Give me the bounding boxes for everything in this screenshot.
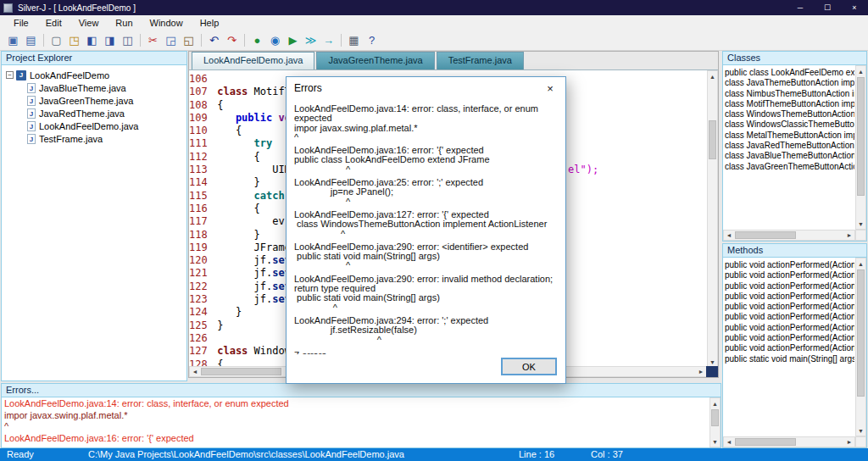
build-button[interactable]: ◉ <box>266 31 284 48</box>
class-item[interactable]: public class LookAndFeelDemo extends JF <box>725 68 854 78</box>
class-item[interactable]: class JavaGreenThemeButtonAction exten <box>725 162 854 172</box>
tree-item[interactable]: JTestFrame.java <box>3 132 185 145</box>
menu-item-view[interactable]: View <box>70 17 108 29</box>
dialog-close-button[interactable]: × <box>536 78 565 98</box>
cut-button[interactable]: ✂ <box>144 31 162 48</box>
tab-javagreentheme-java[interactable]: JavaGreenTheme.java <box>316 52 434 69</box>
tree-root-item[interactable]: −JLookAndFeelDemo <box>3 69 185 81</box>
errors-vertical-scrollbar[interactable]: ▲ ▼ <box>709 397 721 447</box>
help-button[interactable]: ? <box>363 31 381 48</box>
tree-item[interactable]: JLookAndFeelDemo.java <box>3 119 185 132</box>
console-button[interactable]: ▦ <box>345 31 363 48</box>
class-item[interactable]: class MotifThemeButtonAction implements <box>725 99 854 109</box>
error-output-line[interactable]: ^ <box>4 421 708 433</box>
open-file-button[interactable]: ◳ <box>65 31 83 48</box>
jump-button[interactable]: → <box>320 31 337 48</box>
scrollbar-thumb[interactable] <box>711 409 719 426</box>
method-item[interactable]: public void actionPerformed(ActionEvent … <box>725 343 854 353</box>
tab-testframe-java[interactable]: TestFrame.java <box>437 52 524 69</box>
menu-item-help[interactable]: Help <box>192 17 228 29</box>
method-item[interactable]: public void actionPerformed(ActionEvent … <box>725 270 854 280</box>
class-item[interactable]: class WindowsThemeButtonAction implem <box>725 109 854 119</box>
error-output-line[interactable]: LookAndFeelDemo.java:16: error: '{' expe… <box>4 433 708 445</box>
scrollbar-thumb[interactable] <box>735 438 796 446</box>
collapse-icon[interactable]: − <box>6 71 14 79</box>
scroll-up-icon[interactable]: ▲ <box>856 258 865 269</box>
compile-button[interactable]: ● <box>248 31 266 48</box>
save-all-button[interactable]: ◨ <box>101 31 119 48</box>
new-file-button[interactable]: ▢ <box>47 31 65 48</box>
method-item[interactable]: public void actionPerformed(ActionEvent … <box>725 312 854 322</box>
scroll-corner <box>855 230 866 241</box>
tree-item[interactable]: JJavaGreenTheme.java <box>3 94 185 107</box>
scroll-right-icon[interactable]: ► <box>696 367 706 376</box>
paste-button[interactable]: ◱ <box>180 31 198 48</box>
new-window-button[interactable]: ▣ <box>4 31 22 48</box>
menu-item-run[interactable]: Run <box>107 17 141 29</box>
scroll-left-icon[interactable]: ◄ <box>724 437 734 447</box>
error-output-line[interactable]: LookAndFeelDemo.java:14: error: class, i… <box>4 398 708 410</box>
class-item[interactable]: class MetalThemeButtonAction implements <box>725 131 854 141</box>
method-item[interactable]: public void actionPerformed(ActionEvent … <box>725 333 854 343</box>
close-icon: × <box>547 82 554 95</box>
tree-item[interactable]: JJavaBlueTheme.java <box>3 81 185 94</box>
error-caret-line: ^ <box>294 303 561 313</box>
maximize-button[interactable]: ☐ <box>814 0 841 15</box>
class-item[interactable]: class JavaThemeButtonAction implements A <box>725 78 854 88</box>
methods-horizontal-scrollbar[interactable]: ◄ ► <box>723 436 855 447</box>
scroll-up-icon[interactable]: ▲ <box>856 66 865 76</box>
tree-item[interactable]: JJavaRedTheme.java <box>3 107 185 119</box>
method-item[interactable]: public void actionPerformed(ActionEvent … <box>725 292 854 302</box>
class-item[interactable]: class JavaBlueThemeButtonAction extends <box>725 151 854 161</box>
scroll-left-icon[interactable]: ◄ <box>724 230 734 240</box>
save-button[interactable]: ◧ <box>83 31 101 48</box>
open-window-button[interactable]: ▤ <box>22 31 40 48</box>
scroll-up-icon[interactable]: ▲ <box>708 71 717 81</box>
code-text: } <box>211 306 242 318</box>
method-item[interactable]: public static void main(String[] args) <box>725 354 854 364</box>
menu-item-window[interactable]: Window <box>142 17 192 29</box>
scrollbar-thumb[interactable] <box>735 231 796 239</box>
copy-button[interactable]: ◲ <box>162 31 180 48</box>
scroll-right-icon[interactable]: ► <box>844 230 854 240</box>
undo-button[interactable]: ↶ <box>205 31 223 48</box>
classes-horizontal-scrollbar[interactable]: ◄ ► <box>723 230 855 241</box>
scrollbar-thumb[interactable] <box>857 77 865 196</box>
line-number: 110 <box>189 125 211 136</box>
method-item[interactable]: public void actionPerformed(ActionEvent … <box>725 281 854 292</box>
scrollbar-thumb[interactable] <box>201 368 281 375</box>
class-item[interactable]: class JavaRedThemeButtonAction extends <box>725 141 854 151</box>
error-output-line[interactable]: impor javax.swing.plaf.metal.* <box>4 410 708 422</box>
method-item[interactable]: public void actionPerformed(ActionEvent … <box>725 323 854 333</box>
scroll-down-icon[interactable]: ▼ <box>856 425 865 436</box>
editor-vertical-scrollbar[interactable]: ▲ ▼ <box>707 70 718 368</box>
close-file-button[interactable]: ◫ <box>119 31 136 48</box>
method-item[interactable]: public void actionPerformed(ActionEvent … <box>725 260 854 270</box>
classes-vertical-scrollbar[interactable]: ▲ ▼ <box>855 65 866 230</box>
menu-item-file[interactable]: File <box>5 17 37 29</box>
scrollbar-thumb[interactable] <box>709 120 716 159</box>
scrollbar-thumb[interactable] <box>857 269 865 397</box>
menu-item-edit[interactable]: Edit <box>37 17 70 29</box>
scroll-right-icon[interactable]: ► <box>844 437 854 447</box>
run-button[interactable]: ▶ <box>284 31 302 48</box>
tab-lookandfeeldemo-java[interactable]: LookAndFeelDemo.java <box>192 52 314 69</box>
methods-vertical-scrollbar[interactable]: ▲ ▼ <box>855 258 866 436</box>
line-number: 126 <box>189 332 211 344</box>
scroll-up-icon[interactable]: ▲ <box>710 398 720 408</box>
minimize-icon: ─ <box>798 3 803 12</box>
code-text: { <box>211 203 260 214</box>
scroll-left-icon[interactable]: ◄ <box>190 367 200 376</box>
dialog-title-bar[interactable]: Errors <box>287 77 565 99</box>
method-item[interactable]: public void actionPerformed(ActionEvent … <box>725 302 854 312</box>
class-item[interactable]: class NimbusThemeButtonAction implemen <box>725 89 854 99</box>
scroll-down-icon[interactable]: ▼ <box>856 219 865 229</box>
class-item[interactable]: class WindowsClassicThemeButtonAction i <box>725 119 854 130</box>
step-button[interactable]: ≫ <box>302 31 320 48</box>
scroll-down-icon[interactable]: ▼ <box>710 436 720 447</box>
ok-button[interactable]: OK <box>501 358 557 375</box>
minimize-button[interactable]: ─ <box>787 0 814 15</box>
redo-button[interactable]: ↷ <box>223 31 241 48</box>
java-project-icon: J <box>16 70 26 81</box>
close-button[interactable]: × <box>841 0 868 15</box>
